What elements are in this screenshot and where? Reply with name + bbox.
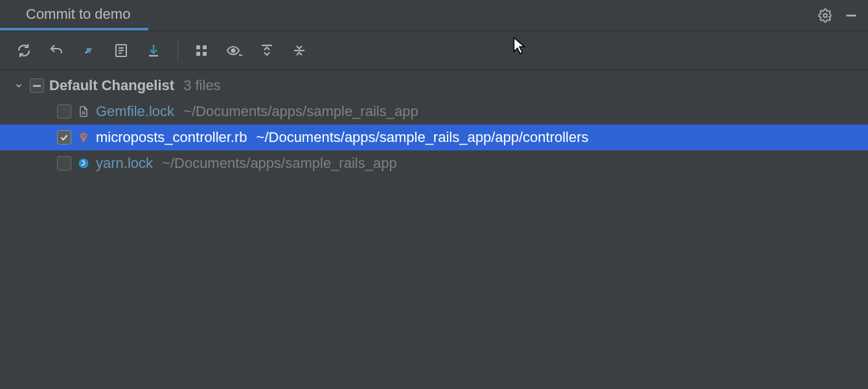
changelist-header-row[interactable]: Default Changelist 3 files	[0, 73, 868, 99]
file-path: ~/Documents/apps/sample_rails_app	[183, 103, 418, 120]
expand-all-icon[interactable]	[257, 41, 277, 60]
file-checkbox[interactable]	[57, 156, 71, 171]
chevron-down-icon[interactable]	[13, 81, 25, 90]
svg-point-20	[79, 159, 89, 169]
file-checkbox[interactable]	[57, 104, 71, 119]
tab-label: Commit to demo	[26, 6, 130, 23]
file-row[interactable]: yarn.lock ~/Documents/apps/sample_rails_…	[0, 150, 868, 176]
svg-point-12	[231, 48, 236, 53]
file-row[interactable]: Gemfile.lock ~/Documents/apps/sample_rai…	[0, 99, 868, 124]
swap-icon[interactable]	[79, 41, 98, 60]
minimize-icon[interactable]	[843, 8, 859, 23]
svg-point-0	[823, 14, 827, 18]
changelist-name: Default Changelist	[49, 77, 174, 94]
svg-rect-9	[203, 45, 207, 49]
changelist-count: 3 files	[183, 77, 220, 94]
panel-header: Commit to demo	[0, 0, 868, 31]
diff-icon[interactable]	[111, 41, 131, 60]
file-checkbox[interactable]	[57, 130, 71, 145]
gear-icon[interactable]	[817, 8, 833, 23]
text-file-icon	[76, 104, 91, 119]
svg-rect-10	[196, 52, 200, 56]
tab-commit[interactable]: Commit to demo	[0, 0, 148, 30]
file-name: Gemfile.lock	[96, 103, 174, 120]
collapse-all-icon[interactable]	[290, 41, 309, 60]
toolbar	[0, 31, 868, 70]
shelve-icon[interactable]	[144, 41, 163, 60]
file-name: yarn.lock	[96, 155, 153, 172]
yarn-file-icon	[76, 156, 91, 171]
svg-rect-8	[196, 45, 200, 49]
svg-rect-11	[203, 52, 207, 56]
changelist-tree: Default Changelist 3 files Gemfile.lock …	[0, 70, 868, 176]
rollback-icon[interactable]	[47, 41, 66, 60]
refresh-icon[interactable]	[14, 41, 34, 60]
toolbar-separator	[177, 40, 178, 62]
show-options-icon[interactable]	[225, 41, 244, 60]
ruby-file-icon	[76, 130, 91, 145]
file-path: ~/Documents/apps/sample_rails_app/app/co…	[257, 129, 589, 146]
group-by-icon[interactable]	[192, 41, 212, 60]
file-row[interactable]: microposts_controller.rb ~/Documents/app…	[0, 124, 868, 150]
file-name: microposts_controller.rb	[96, 129, 247, 146]
changelist-checkbox[interactable]	[30, 78, 44, 93]
file-path: ~/Documents/apps/sample_rails_app	[162, 155, 397, 172]
